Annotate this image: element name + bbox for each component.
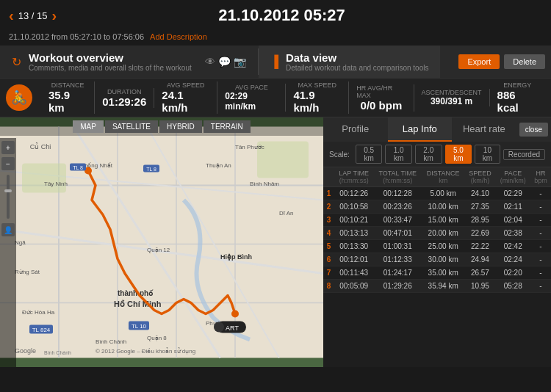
svg-text:Thuận An: Thuận An	[206, 162, 231, 169]
energy-value: 886 kcal	[497, 89, 538, 114]
avg-pace-label: Avg Pace	[235, 84, 268, 91]
stat-avg-pace: Avg Pace 02:29 min/km	[217, 84, 286, 112]
svg-rect-12	[22, 164, 66, 193]
stat-duration: Duration 01:29:26	[95, 88, 154, 108]
tab-lap-info[interactable]: Lap Info	[388, 117, 453, 142]
pace: 02:20	[496, 266, 530, 280]
map-person-btn[interactable]: 👤	[1, 223, 15, 236]
scale-10km[interactable]: 10 km	[475, 145, 500, 164]
hr: -	[530, 253, 551, 266]
scale-recorded[interactable]: Recorded	[503, 149, 545, 160]
lap-time: 00:10:21	[334, 214, 374, 227]
scale-5km[interactable]: 5.0 km	[445, 145, 472, 164]
stat-avg-speed: Avg Speed 24.1 km/h	[154, 81, 217, 114]
lap-time: 00:10:58	[334, 200, 374, 214]
zoom-in-btn[interactable]: +	[1, 141, 15, 154]
svg-text:Bình Chánh: Bình Chánh	[96, 338, 126, 345]
table-row: 8 00:05:09 01:29:26 35.94 km 10.95 05:28…	[323, 280, 551, 293]
col-lap-time: LAP TIME(h:mm:ss)	[334, 167, 374, 187]
svg-text:Quận 12: Quận 12	[147, 247, 170, 253]
hr: -	[530, 266, 551, 280]
energy-label: Energy	[503, 81, 531, 89]
lap-table: LAP TIME(h:mm:ss) TOTAL TIME(h:mm:ss) DI…	[323, 167, 551, 367]
col-hr: HRbpm	[530, 167, 551, 187]
table-row: 5 00:13:30 01:00:31 25.00 km 22.22 02:42…	[323, 240, 551, 253]
col-total-time: TOTAL TIME(h:mm:ss)	[373, 167, 422, 187]
svg-text:TL 824: TL 824	[32, 327, 51, 333]
total-time: 00:23:26	[373, 200, 422, 214]
svg-text:Tây Ninh: Tây Ninh	[44, 181, 68, 187]
main-content: MAP SATELLITE HYBRID TERRAIN	[0, 117, 551, 367]
table-row: 1 00:12:26 00:12:28 5.00 km 24.10 02:29 …	[323, 187, 551, 200]
hr: -	[530, 200, 551, 214]
map-svg: Củ Chi Tây Ninh Thống Nhất Ngã Rừng Sát …	[0, 117, 323, 367]
close-panel-btn[interactable]: close	[519, 123, 548, 137]
col-lap	[323, 167, 334, 187]
scale-2km[interactable]: 2.0 km	[415, 145, 442, 164]
pace: 05:28	[496, 280, 530, 293]
hr: -	[530, 280, 551, 293]
tab-data-view[interactable]: ▐ Data view Detailed workout data and co…	[259, 46, 441, 78]
svg-text:Ngã: Ngã	[15, 239, 26, 246]
col-speed: SPEED(km/h)	[464, 167, 495, 187]
pace: 02:24	[496, 253, 530, 266]
scale-0.5km[interactable]: 0.5 km	[356, 145, 383, 164]
map-sidebar: + − 👤	[0, 138, 16, 367]
svg-text:TL 8: TL 8	[146, 167, 156, 172]
map-btn-hybrid[interactable]: HYBRID	[159, 120, 202, 133]
delete-button[interactable]: Delete	[504, 54, 545, 69]
duration-label: Duration	[107, 88, 141, 95]
tab-heart-rate[interactable]: Heart rate	[452, 117, 516, 142]
pace: 02:38	[496, 227, 530, 240]
add-description-link[interactable]: Add Description	[150, 32, 207, 41]
avg-speed-label: Avg Speed	[167, 81, 204, 89]
pace: 02:29	[496, 187, 530, 200]
distance: 15.00 km	[422, 214, 464, 227]
tab-profile[interactable]: Profile	[323, 117, 388, 142]
distance-value: 35.9 km	[48, 89, 87, 114]
speed: 27.35	[464, 200, 495, 214]
svg-text:Đức Hòa Ha: Đức Hòa Ha	[22, 309, 55, 316]
scale-1km[interactable]: 1.0 km	[385, 145, 412, 164]
prev-arrow[interactable]: ‹	[9, 7, 14, 24]
scale-row: Scale: 0.5 km 1.0 km 2.0 km 5.0 km 10 km…	[323, 142, 551, 167]
map-btn-terrain[interactable]: TERRAIN	[204, 120, 251, 133]
distance: 5.00 km	[422, 187, 464, 200]
lap-num: 6	[323, 253, 334, 266]
ascent-value: 390/391 m	[431, 96, 472, 106]
workout-icon: ↻	[12, 55, 21, 69]
speed: 22.22	[464, 240, 495, 253]
col-distance: DISTANCEkm	[422, 167, 464, 187]
total-time: 00:47:01	[373, 227, 422, 240]
export-button[interactable]: Export	[458, 54, 500, 69]
hr: -	[530, 187, 551, 200]
distance: 35.00 km	[422, 266, 464, 280]
table-row: 2 00:10:58 00:23:26 10.00 km 27.35 02:11…	[323, 200, 551, 214]
scale-label: Scale:	[329, 150, 350, 159]
data-tab-sub: Detailed workout data and comparison too…	[286, 64, 429, 72]
stat-energy: Energy 886 kcal	[490, 81, 545, 114]
pace: 02:42	[496, 240, 530, 253]
total-time: 01:29:26	[373, 280, 422, 293]
speed: 24.10	[464, 187, 495, 200]
workout-tab-title: Workout overview	[29, 51, 192, 64]
lap-num: 4	[323, 227, 334, 240]
workout-tab-sub: Comments, media and overall slots of the…	[29, 64, 192, 72]
distance: 10.00 km	[422, 200, 464, 214]
lap-num: 1	[323, 187, 334, 200]
avg-pace-value: 02:29 min/km	[225, 91, 278, 112]
datetime: 21.10.2012 05:27	[21, 6, 542, 25]
distance: 25.00 km	[422, 240, 464, 253]
tab-workout-overview[interactable]: ↻ Workout overview Comments, media and o…	[0, 46, 258, 78]
zoom-out-btn[interactable]: −	[1, 157, 15, 170]
lap-num: 2	[323, 200, 334, 214]
date-range: 21.10.2012 from 05:27:10 to 07:56:06	[9, 32, 144, 41]
lap-time: 00:13:13	[334, 227, 374, 240]
tab-actions: Export Delete	[458, 46, 551, 78]
svg-text:Quận 8: Quận 8	[147, 335, 167, 341]
map-btn-map[interactable]: MAP	[73, 120, 104, 133]
distance: 35.94 km	[422, 280, 464, 293]
map-btn-satellite[interactable]: SATELLITE	[105, 120, 158, 133]
distance-label: Distance	[51, 81, 84, 89]
map-area: MAP SATELLITE HYBRID TERRAIN	[0, 117, 323, 367]
